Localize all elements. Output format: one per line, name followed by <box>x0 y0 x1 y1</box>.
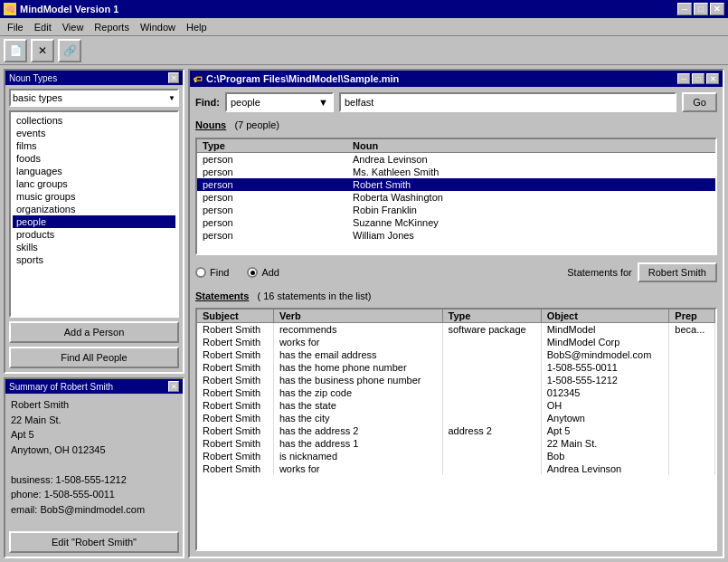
doc-title-bar: 🏷 C:\Program Files\MindModel\Sample.min … <box>190 71 723 87</box>
summary-title: Summary of Robert Smith <box>9 382 113 392</box>
summary-line: business: 1-508-555-1212 <box>11 472 177 488</box>
maximize-button[interactable]: □ <box>694 3 708 15</box>
menu-view[interactable]: View <box>57 20 90 34</box>
statement-row[interactable]: Robert Smithis nicknamedBob <box>197 450 715 462</box>
doc-minimize[interactable]: ─ <box>677 73 690 84</box>
list-item[interactable]: skills <box>13 241 175 253</box>
list-item[interactable]: collections <box>13 114 175 127</box>
statement-row[interactable]: Robert Smithhas the address 122 Main St. <box>197 437 715 450</box>
close-doc-button[interactable]: ✕ <box>31 39 54 62</box>
add-radio-icon[interactable] <box>247 267 258 278</box>
statements-header: Statements ( 16 statements in the list) <box>195 290 717 302</box>
doc-maximize[interactable]: □ <box>692 73 704 84</box>
summary-line: Apt 5 <box>11 427 177 443</box>
find-label: Find: <box>195 97 220 108</box>
nouns-count: (7 people) <box>234 119 279 130</box>
statement-row[interactable]: Robert Smithhas the stateOH <box>197 399 715 412</box>
list-item[interactable]: events <box>13 127 175 139</box>
doc-close[interactable]: ✕ <box>706 73 719 84</box>
list-item[interactable]: languages <box>13 165 175 177</box>
statement-row[interactable]: Robert Smithrecommendssoftware packageMi… <box>197 323 715 337</box>
menu-help[interactable]: Help <box>181 20 213 34</box>
summary-panel: Summary of Robert Smith ✕ Robert Smith 2… <box>4 377 184 558</box>
noun-types-panel: Noun Types ✕ basic types ▼ collections e… <box>4 69 184 374</box>
menu-reports[interactable]: Reports <box>89 20 135 34</box>
statement-row[interactable]: Robert Smithworks forAndrea Levinson <box>197 462 715 475</box>
noun-types-list[interactable]: collections events films foods languages… <box>9 110 179 318</box>
statement-row[interactable]: Robert Smithhas the home phone number1-5… <box>197 361 715 374</box>
list-item[interactable]: lanc groups <box>13 177 175 190</box>
noun-types-title: Noun Types <box>9 73 57 83</box>
statement-row[interactable]: Robert Smithhas the business phone numbe… <box>197 374 715 386</box>
stmt-col-verb: Verb <box>273 310 442 323</box>
nouns-table-container[interactable]: Type Noun personAndrea Levinson personMs… <box>195 138 717 255</box>
statement-row[interactable]: Robert Smithhas the email addressBobS@mi… <box>197 348 715 361</box>
app-title: MindModel Version 1 <box>20 4 118 14</box>
list-item[interactable]: films <box>13 139 175 152</box>
find-all-people-button[interactable]: Find All People <box>9 347 179 368</box>
statement-row[interactable]: Robert Smithworks forMindModel Corp <box>197 336 715 348</box>
summary-line: 22 Main St. <box>11 413 177 428</box>
statements-for-button[interactable]: Robert Smith <box>638 262 717 282</box>
statement-row[interactable]: Robert Smithhas the address 2address 2Ap… <box>197 424 715 437</box>
statements-count: ( 16 statements in the list) <box>257 291 371 301</box>
noun-row[interactable]: personWilliam Jones <box>197 229 715 242</box>
summary-title-bar: Summary of Robert Smith ✕ <box>5 379 183 394</box>
summary-line <box>11 457 177 472</box>
statement-row[interactable]: Robert Smithhas the zip code012345 <box>197 386 715 399</box>
find-type-dropdown[interactable]: people ▼ <box>225 92 334 112</box>
menu-edit[interactable]: Edit <box>29 20 57 34</box>
list-item[interactable]: music groups <box>13 190 175 203</box>
edit-person-button[interactable]: Edit "Robert Smith" <box>9 531 179 553</box>
menu-file[interactable]: File <box>2 20 29 34</box>
list-item[interactable]: organizations <box>13 203 175 215</box>
nouns-col-noun: Noun <box>347 139 715 153</box>
doc-title: C:\Program Files\MindModel\Sample.min <box>206 73 399 84</box>
summary-line: phone: 1-508-555-0011 <box>11 487 177 502</box>
app-title-bar: 🧠 MindModel Version 1 ─ □ ✕ <box>0 0 728 18</box>
toolbar: 📄 ✕ 🔗 <box>0 36 728 65</box>
summary-content: Robert Smith 22 Main St. Apt 5 Anytown, … <box>5 394 183 528</box>
noun-row[interactable]: personRoberta Washington <box>197 191 715 204</box>
summary-line: Anytown, OH 012345 <box>11 443 177 458</box>
summary-close[interactable]: ✕ <box>168 381 179 392</box>
noun-row[interactable]: personSuzanne McKinney <box>197 216 715 229</box>
link-button[interactable]: 🔗 <box>58 39 81 62</box>
find-row: Find: people ▼ Go <box>195 92 717 112</box>
left-panel: Noun Types ✕ basic types ▼ collections e… <box>4 69 184 558</box>
nouns-col-type: Type <box>197 139 347 153</box>
statements-for-label: Statements for <box>567 267 632 278</box>
stmt-col-object: Object <box>541 310 669 323</box>
nouns-header: Nouns (7 people) <box>195 118 717 132</box>
minimize-button[interactable]: ─ <box>677 3 692 15</box>
go-button[interactable]: Go <box>682 92 717 112</box>
noun-row[interactable]: personAndrea Levinson <box>197 153 715 167</box>
menu-window[interactable]: Window <box>135 20 181 34</box>
list-item[interactable]: sports <box>13 253 175 266</box>
list-item-people[interactable]: people <box>13 215 175 228</box>
noun-row-selected[interactable]: personRobert Smith <box>197 178 715 191</box>
add-person-button[interactable]: Add a Person <box>9 321 179 343</box>
find-radio-icon[interactable] <box>195 267 206 278</box>
noun-types-dropdown[interactable]: basic types ▼ <box>9 89 179 107</box>
statements-label: Statements <box>195 291 249 301</box>
dropdown-arrow-icon: ▼ <box>168 94 175 102</box>
list-item[interactable]: foods <box>13 152 175 165</box>
find-search-input[interactable] <box>339 92 676 112</box>
summary-line: email: BobS@mindmodel.com <box>11 502 177 518</box>
find-radio-label[interactable]: Find <box>195 267 229 278</box>
noun-types-close[interactable]: ✕ <box>168 72 179 83</box>
new-button[interactable]: 📄 <box>4 39 27 62</box>
noun-row[interactable]: personMs. Kathleen Smith <box>197 166 715 178</box>
main-area: Noun Types ✕ basic types ▼ collections e… <box>0 65 728 562</box>
stmt-col-prep: Prep <box>669 310 715 323</box>
close-button[interactable]: ✕ <box>710 3 724 15</box>
add-radio-label[interactable]: Add <box>247 267 279 278</box>
nouns-label: Nouns <box>195 119 226 130</box>
statements-table-container[interactable]: Subject Verb Type Object Prep Robert Smi… <box>195 308 717 551</box>
list-item[interactable]: products <box>13 228 175 241</box>
noun-row[interactable]: personRobin Franklin <box>197 204 715 216</box>
summary-line: Robert Smith <box>11 397 177 413</box>
statement-row[interactable]: Robert Smithhas the cityAnytown <box>197 412 715 424</box>
noun-types-title-bar: Noun Types ✕ <box>5 71 183 85</box>
